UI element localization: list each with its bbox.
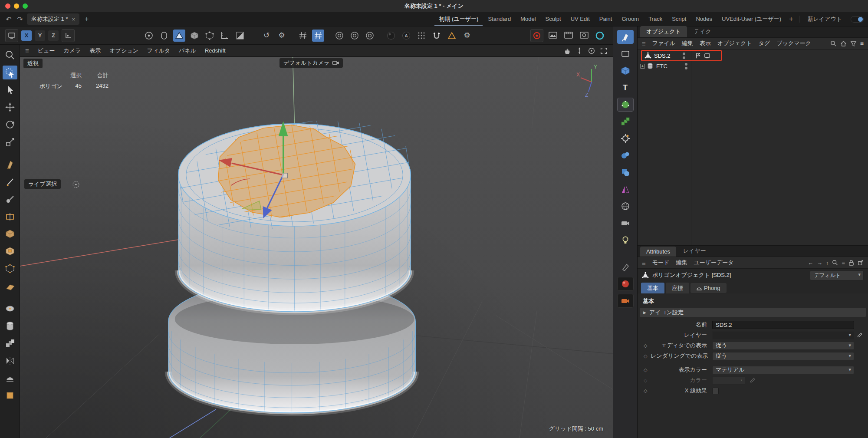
min-window-button[interactable]: [14, 3, 19, 9]
tree-row-sds2[interactable]: SDS.2: [638, 50, 868, 61]
gear2-icon[interactable]: ⚙: [461, 30, 473, 42]
camera-label[interactable]: デフォルトカメラ: [279, 58, 343, 68]
polygon-mode-icon[interactable]: [173, 30, 185, 42]
layer-dropdown[interactable]: ▾: [712, 331, 854, 339]
boolean-icon[interactable]: [617, 165, 634, 179]
om-menu-bookmarks[interactable]: ブックマーク: [776, 40, 811, 47]
tree-row-etc[interactable]: + ETC: [638, 61, 868, 71]
subdivision-surface-icon[interactable]: [617, 98, 634, 112]
viewport-3d[interactable]: 透視 デフォルトカメラ 選択合計 ポリゴン452432 ライブ選択: [20, 57, 613, 438]
tab-attributes[interactable]: Attributes: [640, 247, 676, 257]
subtab-coordinates[interactable]: 座標: [666, 283, 689, 294]
model-mode-icon[interactable]: [188, 30, 201, 42]
render-queue-icon[interactable]: [562, 30, 575, 42]
snap-grid-icon[interactable]: [312, 30, 324, 42]
layout-tab-groom[interactable]: Groom: [617, 13, 643, 25]
orbit-view-icon[interactable]: [588, 47, 595, 55]
shading-sphere-icon[interactable]: [385, 30, 397, 42]
visibility-toggles[interactable]: [685, 63, 687, 69]
matrix-extrude-icon[interactable]: [0, 260, 20, 277]
tab-objects[interactable]: オブジェクト: [640, 26, 687, 37]
knife-tool-icon[interactable]: [0, 173, 20, 191]
tree-column-divider[interactable]: [691, 49, 691, 245]
shader-pen-icon[interactable]: [617, 260, 634, 274]
icon-settings-group[interactable]: ▶ アイコン設定: [640, 308, 866, 317]
smooth-tool-icon[interactable]: [0, 369, 20, 387]
subtab-basic[interactable]: 基本: [641, 283, 664, 294]
om-search-icon[interactable]: [830, 40, 837, 47]
color-edit-icon[interactable]: [750, 377, 756, 383]
om-menu-view[interactable]: 表示: [700, 40, 711, 47]
close-tab-icon[interactable]: ×: [72, 16, 76, 23]
viewport-layout-icon[interactable]: [5, 29, 18, 42]
polygon-plane-icon[interactable]: [0, 277, 20, 295]
solo-ring-icon[interactable]: [594, 30, 606, 42]
layout-tab-sculpt[interactable]: Sculpt: [541, 13, 566, 25]
environment-globe-icon[interactable]: [617, 199, 634, 213]
history-back-icon[interactable]: ←: [808, 260, 813, 266]
ring-icon-2[interactable]: [349, 30, 361, 42]
layout-tab-nodes[interactable]: Nodes: [691, 13, 717, 25]
tab-layers[interactable]: レイヤー: [677, 245, 712, 257]
om-menu-file[interactable]: ファイル: [652, 40, 675, 47]
extrude-icon[interactable]: [0, 225, 20, 243]
layout-tab-default[interactable]: 初期 (ユーザー): [434, 13, 483, 26]
magnet-icon[interactable]: [431, 30, 443, 42]
array-generator-icon[interactable]: [617, 115, 634, 128]
spline-rectangle-icon[interactable]: [617, 47, 634, 61]
deformer-gear-icon[interactable]: [617, 132, 634, 145]
render-visibility-dropdown[interactable]: 従う▾: [712, 352, 854, 360]
array-tool-icon[interactable]: [0, 335, 20, 352]
brush-tool-icon[interactable]: [0, 191, 20, 208]
attr-list-icon[interactable]: ≡: [842, 260, 845, 266]
redshift-material-icon[interactable]: [617, 277, 634, 291]
layout-tab-track[interactable]: Track: [644, 13, 667, 25]
document-tab[interactable]: 名称未設定 1 * ×: [27, 13, 79, 25]
popout-icon[interactable]: [858, 260, 864, 266]
ring-icon-3[interactable]: [364, 30, 376, 42]
workplane-icon[interactable]: [62, 29, 75, 42]
cylinder-object-icon[interactable]: [0, 317, 20, 335]
maximize-view-icon[interactable]: [600, 47, 608, 55]
settings-gear-icon[interactable]: ⚙: [276, 30, 288, 42]
viewport-menu-view[interactable]: ビュー: [38, 47, 55, 55]
dots-grid-icon[interactable]: [415, 30, 427, 42]
om-filter-icon[interactable]: [850, 40, 857, 47]
warning-triangle-icon[interactable]: [446, 30, 458, 42]
grid-icon[interactable]: [297, 30, 309, 42]
tab-takes[interactable]: テイク: [688, 26, 717, 37]
layout-lock-toggle[interactable]: [851, 16, 864, 23]
object-tree[interactable]: SDS.2 + ETC: [638, 49, 868, 245]
layout-tab-model[interactable]: Model: [516, 13, 540, 25]
om-menu-objects[interactable]: オブジェクト: [717, 40, 752, 47]
display-color-dropdown[interactable]: マテリアル▾: [712, 366, 854, 374]
mirror-tool-icon[interactable]: [0, 352, 20, 369]
rotate-tool-icon[interactable]: [0, 116, 20, 133]
om-panel-menu-icon[interactable]: ≡: [642, 40, 646, 47]
material-sphere-icon[interactable]: A: [400, 30, 412, 42]
render-view-icon[interactable]: [547, 30, 559, 42]
render-settings-icon[interactable]: [578, 30, 590, 42]
display-tag-icon[interactable]: [704, 53, 710, 59]
search-tool-icon[interactable]: [0, 46, 20, 64]
new-document-button[interactable]: +: [82, 15, 91, 23]
viewport-menu-camera[interactable]: カメラ: [63, 47, 81, 55]
scene-camera-icon[interactable]: [617, 216, 634, 230]
gizmo-center-handle[interactable]: [282, 173, 288, 178]
layout-tab-standard[interactable]: Standard: [483, 13, 515, 25]
lock-icon[interactable]: [848, 260, 854, 266]
expand-icon[interactable]: +: [640, 64, 645, 69]
axis-z-button[interactable]: Z: [48, 30, 59, 41]
text-object-icon[interactable]: T: [617, 81, 634, 95]
close-window-button[interactable]: [5, 3, 10, 9]
dolly-view-icon[interactable]: [575, 47, 583, 55]
viewport-menu-filter[interactable]: フィルタ: [147, 47, 170, 55]
object-name[interactable]: SDS.2: [654, 53, 678, 59]
undo-icon[interactable]: ↶: [4, 15, 13, 23]
om-list-menu-icon[interactable]: ≡: [860, 40, 864, 46]
subtab-phong[interactable]: Phong: [690, 283, 727, 293]
select-cursor-icon[interactable]: [0, 81, 20, 99]
new-layout-button[interactable]: 新レイアウト: [803, 13, 846, 26]
edge-cut-icon[interactable]: [0, 208, 20, 225]
live-selection-tool[interactable]: [0, 64, 20, 81]
